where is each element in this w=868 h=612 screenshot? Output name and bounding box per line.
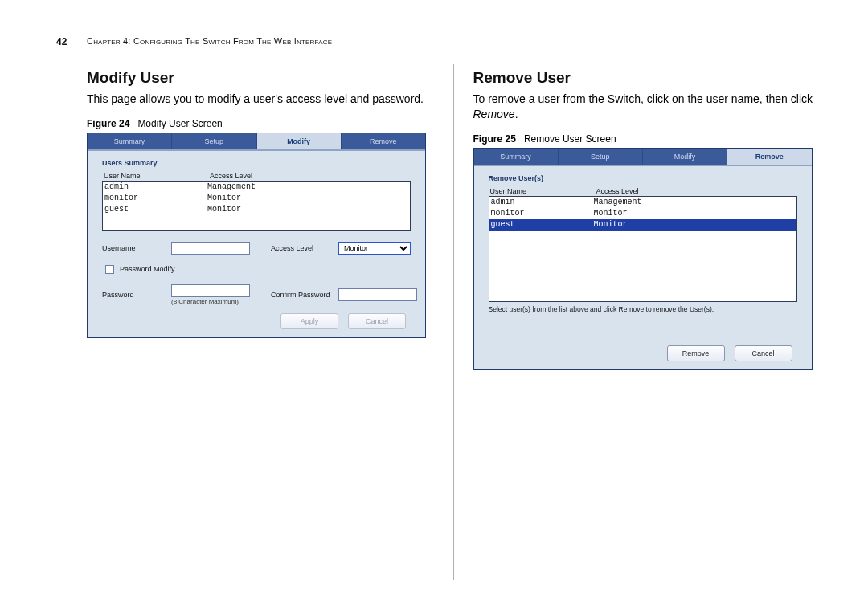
remove-user-list[interactable]: admin Management monitor Monitor guest M… (489, 196, 797, 302)
apply-button[interactable]: Apply (280, 313, 338, 329)
user-table-headers: User Name Access Level (102, 172, 411, 180)
user-row-selected[interactable]: guest Monitor (489, 219, 796, 231)
tab-setup[interactable]: Setup (559, 149, 643, 165)
user-level-cell: Monitor (207, 193, 408, 204)
tab-remove[interactable]: Remove (727, 149, 811, 165)
user-name-cell: monitor (104, 193, 207, 204)
modify-tabs: Summary Setup Modify Remove (88, 133, 425, 149)
col-accesslevel: Access Level (595, 187, 797, 195)
figure-label-24: Figure 24 (87, 118, 129, 129)
remove-tabs: Summary Setup Modify Remove (474, 149, 812, 165)
user-row[interactable]: monitor Monitor (103, 193, 410, 204)
user-name-cell: monitor (491, 208, 594, 219)
section-title-modify-user: Modify User (87, 69, 434, 87)
figure-caption-25: Figure 25 Remove User Screen (473, 133, 821, 145)
remove-text-b: Remove (473, 108, 515, 120)
user-name-cell: guest (491, 219, 594, 231)
tab-setup[interactable]: Setup (172, 133, 256, 149)
section-text-modify-user: This page allows you to modify a user's … (87, 92, 434, 107)
col-username: User Name (489, 187, 595, 195)
remove-hint: Select user(s) from the list above and c… (489, 305, 797, 313)
remove-users-heading: Remove User(s) (489, 174, 797, 182)
user-name-cell: admin (491, 197, 594, 208)
column-divider (453, 64, 454, 580)
page-number: 42 (56, 36, 67, 47)
password-label: Password (102, 291, 168, 299)
figure-label-25: Figure 25 (473, 133, 516, 145)
access-level-label: Access Level (271, 244, 335, 252)
user-name-cell: admin (104, 182, 207, 193)
user-level-cell: Management (594, 197, 795, 208)
access-level-select[interactable]: Monitor (338, 242, 411, 255)
col-username: User Name (102, 172, 208, 180)
tab-modify[interactable]: Modify (643, 149, 727, 165)
password-modify-checkbox[interactable] (105, 265, 114, 274)
cancel-button[interactable]: Cancel (735, 345, 792, 361)
tab-remove[interactable]: Remove (342, 133, 425, 149)
user-row[interactable]: monitor Monitor (489, 208, 796, 219)
figure-caption-24: Figure 24 Modify User Screen (87, 118, 434, 129)
user-level-cell: Monitor (594, 208, 795, 219)
section-text-remove-user: To remove a user from the Switch, click … (473, 92, 821, 122)
remove-text-a: To remove a user from the Switch, click … (473, 92, 813, 105)
user-row[interactable]: guest Monitor (103, 204, 410, 215)
user-name-cell: guest (104, 204, 207, 215)
figure-title-25: Remove User Screen (524, 133, 616, 145)
user-level-cell: Monitor (594, 219, 795, 231)
tab-summary[interactable]: Summary (474, 149, 559, 165)
username-label: Username (102, 244, 168, 252)
remove-table-headers: User Name Access Level (489, 187, 797, 195)
user-list[interactable]: admin Management monitor Monitor guest M… (102, 181, 411, 231)
users-summary-heading: Users Summary (102, 159, 411, 167)
tab-summary[interactable]: Summary (88, 133, 172, 149)
cancel-button[interactable]: Cancel (348, 313, 406, 329)
confirm-password-input[interactable] (338, 288, 417, 301)
modify-user-panel: Summary Setup Modify Remove Users Summar… (87, 133, 426, 338)
section-title-remove-user: Remove User (473, 69, 821, 87)
tab-modify[interactable]: Modify (257, 133, 342, 149)
user-row[interactable]: admin Management (489, 197, 796, 208)
remove-text-c: . (515, 108, 518, 120)
modify-form: Username Access Level Monitor Password M… (102, 242, 411, 305)
confirm-password-label: Confirm Password (271, 291, 335, 299)
chapter-title: Chapter 4: Configuring The Switch From T… (87, 36, 332, 46)
figure-title-24: Modify User Screen (137, 118, 222, 129)
password-modify-label: Password Modify (120, 265, 175, 273)
username-input[interactable] (171, 242, 250, 255)
remove-button[interactable]: Remove (667, 345, 725, 361)
col-accesslevel: Access Level (208, 172, 411, 180)
user-level-cell: Management (207, 182, 408, 193)
password-input[interactable] (171, 284, 250, 297)
remove-user-panel: Summary Setup Modify Remove Remove User(… (473, 148, 813, 370)
user-level-cell: Monitor (207, 204, 408, 215)
user-row[interactable]: admin Management (103, 182, 410, 193)
password-charmax-note: (8 Character Maximum) (171, 298, 239, 305)
